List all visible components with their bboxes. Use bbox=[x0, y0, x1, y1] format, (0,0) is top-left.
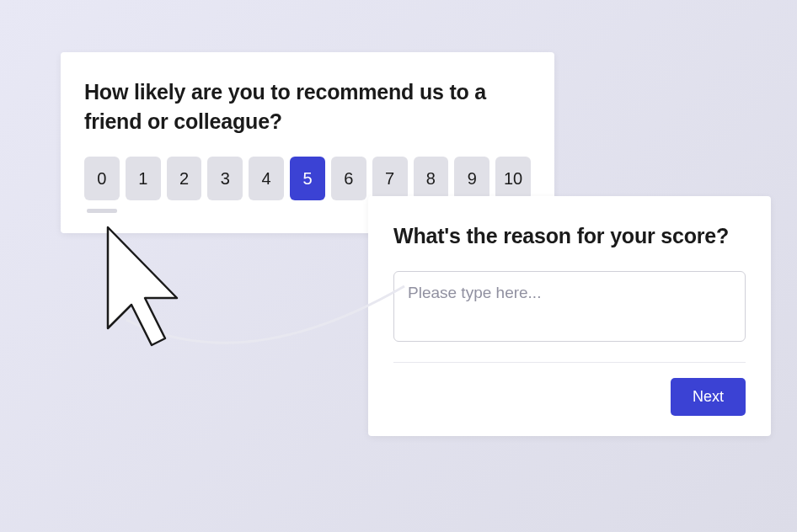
rating-6[interactable]: 6 bbox=[331, 157, 366, 200]
rating-7[interactable]: 7 bbox=[372, 157, 408, 200]
rating-0[interactable]: 0 bbox=[84, 157, 120, 200]
reason-input[interactable] bbox=[393, 271, 746, 342]
rating-4[interactable]: 4 bbox=[249, 157, 284, 200]
reason-card: What's the reason for your score? Next bbox=[368, 196, 771, 436]
rating-5[interactable]: 5 bbox=[290, 157, 325, 200]
cursor-arrow-icon bbox=[57, 219, 192, 387]
footer-row: Next bbox=[393, 378, 746, 416]
rating-scale: 0 1 2 3 4 5 6 7 8 9 10 bbox=[84, 157, 531, 200]
rating-3[interactable]: 3 bbox=[207, 157, 243, 200]
rating-indicator bbox=[87, 209, 117, 213]
rating-8[interactable]: 8 bbox=[414, 157, 449, 200]
reason-question: What's the reason for your score? bbox=[393, 221, 746, 251]
rating-9[interactable]: 9 bbox=[454, 157, 489, 200]
rating-1[interactable]: 1 bbox=[126, 157, 161, 200]
rating-2[interactable]: 2 bbox=[167, 157, 202, 200]
nps-question: How likely are you to recommend us to a … bbox=[84, 77, 531, 136]
divider bbox=[393, 362, 746, 363]
next-button[interactable]: Next bbox=[671, 378, 746, 416]
rating-10[interactable]: 10 bbox=[495, 157, 531, 200]
